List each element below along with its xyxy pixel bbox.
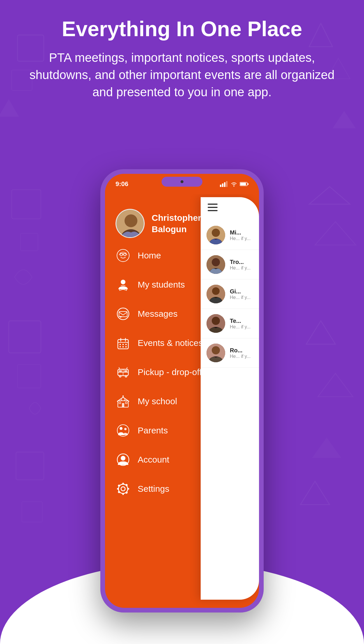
menu-label-my-school: My school (138, 396, 177, 406)
signal-icon (220, 181, 228, 187)
contact-info-5: Ro... He... if y... (230, 347, 253, 359)
svg-rect-11 (9, 321, 41, 353)
avatar (116, 209, 145, 238)
right-panel: Mi... He... if y... (201, 197, 259, 600)
message-item-4[interactable]: Te... He... if y... (201, 309, 259, 338)
svg-marker-17 (300, 481, 330, 505)
messages-list: Mi... He... if y... (201, 218, 259, 371)
status-bar: 9:06 (105, 174, 259, 194)
svg-rect-16 (16, 452, 44, 480)
svg-rect-52 (119, 370, 122, 372)
svg-rect-66 (123, 396, 124, 397)
svg-point-31 (124, 253, 126, 256)
parents-icon (116, 423, 131, 438)
svg-rect-19 (220, 185, 221, 187)
svg-marker-4 (0, 99, 19, 117)
right-panel-header (201, 197, 259, 218)
svg-rect-80 (125, 484, 128, 486)
svg-marker-9 (309, 187, 350, 204)
svg-rect-48 (123, 346, 124, 347)
status-time: 9:06 (116, 180, 128, 188)
svg-point-96 (212, 346, 220, 354)
svg-rect-20 (222, 183, 223, 187)
page-subtitle: PTA meetings, important notices, sports … (23, 49, 341, 101)
bus-icon (116, 365, 131, 380)
message-item-5[interactable]: Ro... He... if y... (201, 338, 259, 368)
svg-point-74 (121, 487, 125, 491)
contact-msg-1: He... if y... (230, 236, 253, 241)
contact-avatar-5 (206, 344, 225, 362)
svg-rect-7 (20, 233, 38, 251)
contact-info-3: Gi... He... if y... (230, 288, 253, 300)
contact-avatar-2 (206, 255, 225, 274)
svg-rect-22 (226, 181, 228, 187)
svg-point-87 (212, 258, 220, 266)
svg-rect-76 (123, 493, 124, 495)
message-item-2[interactable]: Tro... He... if y... (201, 250, 259, 279)
contact-avatar-3 (206, 285, 225, 303)
svg-rect-18 (22, 502, 42, 522)
menu-label-settings: Settings (138, 484, 169, 494)
message-item-3[interactable]: Gi... He... if y... (201, 279, 259, 309)
contact-info-4: Te... He... if y... (230, 318, 253, 330)
events-icon (116, 335, 131, 351)
svg-rect-21 (224, 182, 225, 187)
svg-point-70 (120, 427, 123, 430)
svg-point-71 (124, 428, 127, 430)
svg-point-29 (117, 249, 129, 262)
account-icon (116, 452, 131, 467)
menu-label-pickup: Pickup - drop-off (138, 367, 202, 377)
svg-rect-62 (122, 403, 124, 407)
svg-point-90 (212, 287, 220, 295)
contact-name-3: Gi... (230, 288, 253, 295)
svg-point-30 (120, 253, 123, 256)
svg-rect-82 (118, 491, 120, 493)
svg-point-93 (212, 317, 220, 325)
menu-label-messages: Messages (138, 309, 178, 319)
svg-point-27 (125, 214, 137, 227)
contact-msg-2: He... if y... (230, 265, 253, 271)
svg-rect-45 (123, 344, 124, 345)
svg-rect-63 (119, 402, 121, 404)
page-title: Everything In One Place (23, 18, 341, 41)
contact-name-1: Mi... (230, 229, 253, 236)
menu-label-parents: Parents (138, 426, 168, 435)
svg-rect-79 (118, 484, 120, 487)
svg-marker-14 (318, 373, 353, 397)
svg-rect-47 (120, 346, 121, 347)
svg-rect-6 (12, 190, 41, 219)
menu-label-events: Events & notices (138, 338, 203, 348)
svg-rect-64 (125, 402, 127, 404)
phone-mockup: 9:06 (100, 169, 264, 612)
svg-rect-68 (124, 399, 125, 400)
svg-rect-77 (117, 488, 119, 490)
svg-point-58 (126, 376, 127, 377)
settings-icon (116, 481, 131, 496)
svg-marker-13 (306, 321, 335, 344)
message-item-1[interactable]: Mi... He... if y... (201, 220, 259, 250)
svg-marker-5 (332, 111, 356, 128)
status-icons (220, 181, 249, 187)
svg-point-84 (212, 229, 220, 237)
svg-rect-53 (124, 370, 127, 372)
students-icon (116, 277, 131, 292)
hamburger-menu[interactable] (208, 204, 218, 211)
contact-avatar-1 (206, 226, 225, 244)
svg-rect-39 (119, 312, 127, 317)
home-icon (116, 248, 131, 263)
svg-marker-10 (315, 222, 356, 245)
svg-rect-24 (240, 183, 246, 186)
school-icon (116, 394, 131, 409)
contact-msg-5: He... if y... (230, 354, 253, 359)
notch-dot (181, 180, 183, 183)
user-name: Christopher Balogun (152, 212, 201, 235)
svg-point-57 (120, 376, 121, 377)
svg-marker-15 (312, 438, 341, 458)
svg-rect-49 (125, 346, 127, 347)
menu-label-students: My students (138, 280, 185, 290)
messages-icon (116, 306, 131, 321)
svg-rect-12 (18, 365, 41, 388)
menu-label-home: Home (138, 251, 161, 260)
svg-rect-67 (121, 399, 122, 400)
svg-rect-46 (125, 344, 127, 345)
